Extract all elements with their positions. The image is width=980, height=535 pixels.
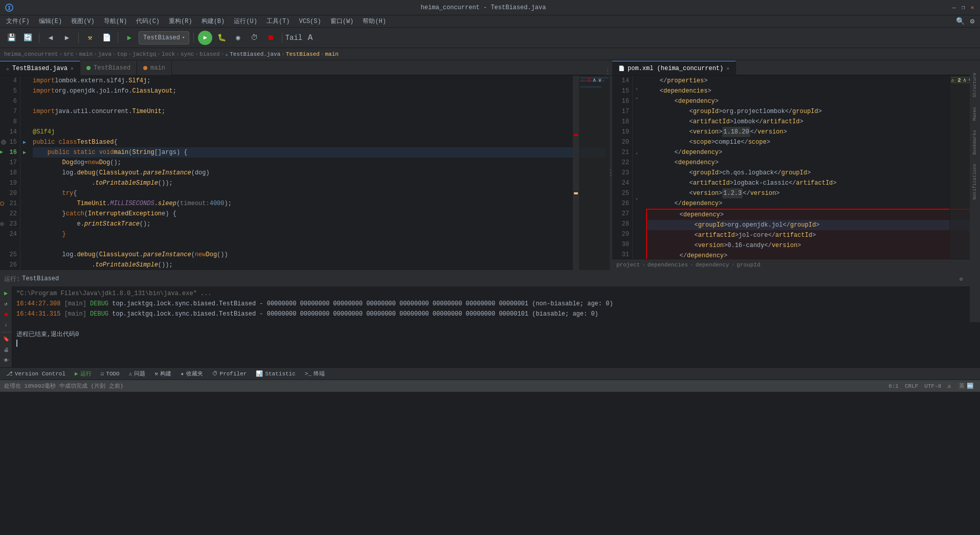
xml-bc-project[interactable]: project <box>616 262 640 268</box>
encoding[interactable]: UTF-8 <box>924 383 941 389</box>
cursor-position[interactable]: 6:1 <box>888 383 899 389</box>
run-config-button[interactable]: ▶ <box>122 31 137 45</box>
profiler-tab[interactable]: ⏱ Profiler <box>208 368 251 380</box>
menu-help[interactable]: 帮助(H) <box>359 16 390 27</box>
rgc-23 <box>633 158 641 167</box>
scroll-icon[interactable]: ↓ <box>1 320 12 330</box>
rgc-32 <box>633 240 641 250</box>
eye-icon[interactable]: 👁 <box>1 355 12 365</box>
bc-biased[interactable]: biased <box>199 51 220 57</box>
translate-button[interactable]: A <box>303 31 317 45</box>
structure-panel-tab[interactable]: Structure <box>970 69 980 102</box>
run-config-dropdown[interactable]: TestBiased ▾ <box>139 31 189 44</box>
run-green-icon[interactable]: ▶ <box>1 288 12 298</box>
back-button[interactable]: ◀ <box>43 31 58 45</box>
stop-button[interactable]: ⏹ <box>263 31 278 45</box>
save-all-button[interactable]: 💾 <box>4 31 18 45</box>
sync-button[interactable]: 🔄 <box>20 31 35 45</box>
menu-view[interactable]: 视图(V) <box>67 16 99 27</box>
tab-pom-close[interactable]: ✕ <box>726 65 729 72</box>
bc-lock[interactable]: lock <box>162 51 175 57</box>
tab-testbiased-run[interactable]: TestBiased <box>80 61 137 75</box>
run-button[interactable]: ▶ <box>198 31 212 45</box>
todo-tab[interactable]: ☑ TODO <box>97 368 124 380</box>
tab-pom-label: pom.xml (heima_concurrent) <box>628 65 723 72</box>
tab-testbiased-close[interactable]: ✕ <box>71 65 74 72</box>
lang-indicator[interactable]: 英 🔤 <box>957 382 976 390</box>
print-icon[interactable]: 🖨 <box>1 345 12 355</box>
forward-button[interactable]: ▶ <box>60 31 74 45</box>
menu-run[interactable]: 运行(U) <box>230 16 261 27</box>
terminal-tab[interactable]: >_ 终端 <box>301 368 329 380</box>
stop-run-icon[interactable]: ⏹ <box>1 309 12 319</box>
nav-up-right-icon[interactable]: ∧ <box>963 77 967 83</box>
tail-button[interactable]: Tail <box>286 31 301 45</box>
maximize-button[interactable]: ❐ <box>960 4 967 11</box>
xml-bc-dependency[interactable]: dependency <box>696 262 729 268</box>
rln-21: 21 <box>612 147 629 158</box>
tab-pom[interactable]: 📄 pom.xml (heima_concurrent) ✕ <box>612 61 736 75</box>
close-button[interactable]: ✕ <box>969 4 976 11</box>
menu-code[interactable]: 代码(C) <box>132 16 164 27</box>
menu-vcs[interactable]: VCS(S) <box>295 17 325 26</box>
coverage-button[interactable]: ◉ <box>231 31 245 45</box>
maven-panel-tab[interactable]: Maven <box>970 103 980 125</box>
empty-line <box>16 319 976 329</box>
build-button[interactable]: ⚒ <box>83 31 97 45</box>
tab-main[interactable]: main <box>137 61 172 75</box>
xml-23: <groupId>ch.qos.logback</groupId> <box>645 168 976 178</box>
ln-16: ▶ 16 <box>0 147 17 158</box>
line-ending[interactable]: CRLF <box>905 383 918 389</box>
bc-src[interactable]: src <box>63 51 74 57</box>
bookmarks-icon[interactable]: 🔖 <box>1 335 12 344</box>
console-content: "C:\Program Files\Java\jdk1.8.0_131\bin\… <box>12 286 980 367</box>
search-everywhere-icon[interactable]: 🔍 <box>954 16 966 27</box>
minimize-button[interactable]: — <box>950 4 957 11</box>
xml-bc-dependencies[interactable]: dependencies <box>648 262 688 268</box>
bc-java[interactable]: java <box>98 51 112 57</box>
bc-sync[interactable]: sync <box>181 51 194 57</box>
run-tab[interactable]: ▶ 运行 <box>71 368 96 380</box>
menu-tools[interactable]: 工具(T) <box>262 16 294 27</box>
settings-bottom-icon[interactable]: ⚙ <box>956 274 966 283</box>
bc-top[interactable]: top <box>117 51 127 57</box>
warning-triangle-icon: ⚠ <box>947 383 951 389</box>
version-control-tab[interactable]: ⎇ Version Control <box>2 368 70 380</box>
menu-file[interactable]: 文件(F) <box>2 16 34 27</box>
status-left: 处理在 10%992毫秒 中成功完成 (片刻 之前) <box>4 382 123 390</box>
menu-refactor[interactable]: 重构(R) <box>165 16 196 27</box>
notifications-panel-tab[interactable]: Notifications <box>970 160 980 204</box>
settings-icon[interactable]: ⚙ <box>967 16 978 27</box>
favorites-tab[interactable]: ★ 收藏夹 <box>176 368 207 380</box>
rln-22: 22 <box>612 158 629 168</box>
bc-jacktgq[interactable]: jacktgq <box>132 51 156 57</box>
menu-navigate[interactable]: 导航(N) <box>100 16 131 27</box>
right-code-area: 14 15 16 17 18 19 20 21 22 23 24 25 26 2… <box>612 76 980 259</box>
menu-build[interactable]: 构建(B) <box>197 16 229 27</box>
xml-18: <artifactId>lombok</artifactId> <box>645 117 976 127</box>
bc-method[interactable]: main <box>325 51 338 57</box>
add-file-button[interactable]: 📄 <box>99 31 114 45</box>
debug-button[interactable]: 🐛 <box>214 31 229 45</box>
menu-edit[interactable]: 编辑(E) <box>35 16 66 27</box>
rerun-icon[interactable]: ↺ <box>1 299 12 309</box>
window-controls[interactable]: — ❐ ✕ <box>950 4 976 11</box>
left-panel-options[interactable]: ⋮ <box>604 68 612 75</box>
bc-class[interactable]: TestBiased <box>286 51 320 57</box>
bc-main[interactable]: main <box>79 51 93 57</box>
bc-file[interactable]: ☕TestBiased.java <box>225 51 280 57</box>
nav-down-icon[interactable]: ∨ <box>598 77 602 83</box>
xml-bc-groupid[interactable]: groupId <box>737 262 760 268</box>
problems-tab[interactable]: ⚠ 问题 <box>125 368 150 380</box>
tab-testbiased[interactable]: ☕ TestBiased.java ✕ <box>0 61 80 75</box>
bc-project[interactable]: heima_concurrent <box>4 51 58 57</box>
statistic-tab[interactable]: 📊 Statistic <box>252 368 299 380</box>
nav-up-icon[interactable]: ∧ <box>593 77 596 83</box>
gc-25 <box>20 239 29 250</box>
left-code-content[interactable]: import lombok.extern.slf4j.Slf4j; import… <box>29 76 610 270</box>
profile-button[interactable]: ⏱ <box>247 31 261 45</box>
right-code-content[interactable]: </properties> <dependencies> <dependency… <box>641 76 980 259</box>
menu-window[interactable]: 窗口(W) <box>326 16 358 27</box>
bookmarks-panel-tab[interactable]: Bookmarks <box>970 126 980 159</box>
build-tab[interactable]: ⚒ 构建 <box>150 368 175 380</box>
